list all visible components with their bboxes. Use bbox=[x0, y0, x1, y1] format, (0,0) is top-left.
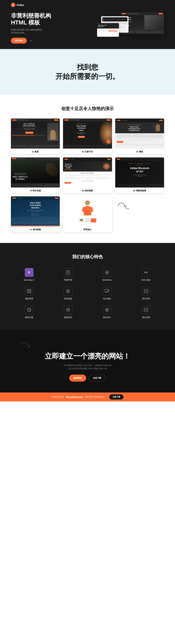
demo-card-edu-label: 01 教育 bbox=[11, 148, 60, 154]
demo-card-wildlife-img: We're working to ensurewildlife and wild… bbox=[11, 158, 60, 188]
logo-text: Aelpa bbox=[17, 4, 24, 6]
feature-parallax-label: 视差背景 bbox=[25, 298, 33, 300]
demo-card-donate[interactable]: Aelpa Trusted fundraising Aelpa Trustedf… bbox=[115, 118, 164, 154]
logo: A Aelpa bbox=[11, 3, 24, 7]
demo-card-museum-label: 06 博物馆慈善 bbox=[115, 188, 164, 193]
feature-bootstrap: B Bootstrap 5 bbox=[11, 268, 47, 281]
demo-card-edu-img: Give a Child thegift of Education Aelpa … bbox=[11, 118, 60, 148]
demo-card-coming[interactable]: 🧒 即将推出 bbox=[63, 196, 112, 232]
responsive-icon bbox=[103, 287, 111, 296]
find-heading: 找到您 开始所需要的一切。 bbox=[11, 63, 164, 81]
mailchimp-icon bbox=[103, 268, 111, 277]
feature-responsive-label: 充分响应 bbox=[103, 298, 111, 300]
svg-point-25 bbox=[30, 308, 30, 309]
svg-rect-17 bbox=[105, 289, 108, 292]
feature-parallax: 视差背景 bbox=[11, 287, 47, 300]
svg-line-38 bbox=[146, 309, 146, 311]
bottom-bar-text: 访问我们的社区 bbox=[52, 396, 64, 398]
cta-secondary-button[interactable]: 在线下载 bbox=[88, 374, 106, 382]
section-find: 找到您 开始所需要的一切。 bbox=[0, 49, 175, 95]
colorscheme-icon bbox=[25, 306, 34, 314]
feature-docs-label: 有据可查 bbox=[64, 279, 72, 281]
feature-cleancode2-label: 清洁代码 bbox=[142, 316, 150, 319]
feature-colorscheme: 配色方案 bbox=[11, 306, 47, 319]
section-cta: 立即建立一个漂亮的网站！ 我们细细和关注做我们了这个设计，以确保我们的客户将 你… bbox=[0, 330, 175, 392]
speed-icon bbox=[64, 306, 72, 314]
scribble-decoration bbox=[115, 200, 129, 212]
section-features: 我们的核心特色 B Bootstrap 5 有据可查 bbox=[0, 243, 175, 330]
cta-buttons: 购买模板 在线下载 bbox=[11, 374, 164, 382]
feature-w3c: W3C W3C 验证 bbox=[128, 268, 164, 281]
cta-primary-button[interactable]: 购买模板 bbox=[69, 374, 86, 382]
feature-speed-label: 速度优化 bbox=[64, 316, 72, 319]
feature-speed: 速度优化 bbox=[50, 306, 86, 319]
hero-mockup: Give a Child thegift of Education Aelpa … bbox=[88, 12, 164, 37]
feature-mailchimp: Mailchimp bbox=[89, 268, 125, 281]
docs-icon bbox=[64, 268, 72, 277]
demo-card-cancer-img: Donate tohelp youngpeoplewith cancer Abo… bbox=[63, 158, 112, 188]
feature-modern: 现代设计 bbox=[89, 306, 125, 319]
svg-point-26 bbox=[28, 310, 28, 310]
feature-responsive: 充分响应 bbox=[89, 287, 125, 300]
section-demo: 创意十足且令人惊艳的演示 Give a Child thegift bbox=[0, 95, 175, 243]
w3c-icon: W3C bbox=[142, 268, 150, 277]
svg-point-12 bbox=[67, 290, 69, 292]
cleancode2-icon bbox=[142, 306, 150, 314]
demo-card-museum[interactable]: Interactive Installation by Artist David… bbox=[115, 158, 164, 193]
svg-point-7 bbox=[107, 272, 108, 272]
svg-point-4 bbox=[105, 271, 109, 274]
demo-card-coming-label: 即将推出 bbox=[63, 226, 112, 232]
demo-grid-row2: We're working to ensurewildlife and wild… bbox=[11, 158, 164, 193]
svg-point-28 bbox=[28, 311, 29, 312]
feature-mailchimp-label: Mailchimp bbox=[102, 279, 112, 281]
hero-title: 非营利慈善机构 HTML 模板 bbox=[11, 12, 51, 26]
demo-card-coming-img: 🧒 bbox=[63, 196, 112, 226]
demo-card-ocean-label: 07 海洋慈善 bbox=[11, 226, 60, 232]
cta-subtitle: 我们细细和关注做我们了这个设计，以确保我们的客户将 你开始实现非营利慈善 HTM… bbox=[11, 364, 164, 370]
demo-card-museum-img: Interactive Installation by Artist David… bbox=[115, 158, 164, 188]
feature-bootstrap-label: Bootstrap 5 bbox=[24, 279, 34, 281]
demo-card-wildlife[interactable]: We're working to ensurewildlife and wild… bbox=[11, 158, 60, 193]
feature-docs: 有据可查 bbox=[50, 268, 86, 281]
svg-line-22 bbox=[146, 290, 146, 292]
demo-card-cancer[interactable]: Donate tohelp youngpeoplewith cancer Abo… bbox=[63, 158, 112, 193]
feature-cleancode2: 清洁代码 bbox=[128, 306, 164, 319]
bottom-bar-cta-button[interactable]: 在线下载 bbox=[109, 394, 123, 400]
svg-rect-18 bbox=[108, 290, 109, 292]
svg-point-6 bbox=[106, 272, 107, 272]
feature-colorscheme-label: 配色方案 bbox=[25, 316, 33, 319]
cta-title: 立即建立一个漂亮的网站！ bbox=[11, 352, 164, 361]
hero-extra-mockup: Aelpa helps peoplebetter world bbox=[97, 23, 119, 37]
demo-section-title: 创意十足且令人惊艳的演示 bbox=[11, 106, 164, 112]
demo-card-donate-label: 03 筹款 bbox=[115, 148, 164, 154]
hero-content: 非营利慈善机构 HTML 模板 使用非营利慈善 HTML 模板构建网站 非常快捷… bbox=[11, 12, 51, 44]
cta-scribble-top bbox=[11, 340, 164, 349]
svg-point-24 bbox=[28, 308, 29, 309]
hero-section: A Aelpa 非营利慈善机构 HTML 模板 使用非营利慈善 HTML 模板构… bbox=[0, 0, 175, 49]
demo-card-homeless-img: Support 36k Poor Peoplein ExtremeNeed Ae… bbox=[63, 118, 112, 148]
feature-crossbrowser-label: 跨浏览器 bbox=[64, 298, 72, 300]
svg-rect-9 bbox=[28, 290, 31, 292]
features-section-title: 我们的核心特色 bbox=[11, 254, 164, 260]
bottom-bar-link[interactable]: bbs.zenlao.com bbox=[66, 396, 83, 398]
feature-cleancode: 清洁代码 bbox=[128, 287, 164, 300]
hero-subtitle: 使用非营利慈善 HTML 模板构建网站 非常快捷且简单。 bbox=[11, 28, 51, 34]
demo-card-wildlife-label: 04 野生动物 bbox=[11, 188, 60, 193]
bottom-bar: 访问我们的社区 bbs.zenlao.com 免费了解计算和开发框架! 在线下载 bbox=[0, 392, 175, 402]
demo-card-homeless[interactable]: Support 36k Poor Peoplein ExtremeNeed Ae… bbox=[63, 118, 112, 154]
demo-card-donate-img: Aelpa Trusted fundraising Aelpa Trustedf… bbox=[115, 118, 164, 148]
features-grid: B Bootstrap 5 有据可查 Mailchimp bbox=[11, 268, 164, 319]
hero-cta-button[interactable]: 购买模板 bbox=[11, 38, 27, 44]
demo-card-ocean[interactable]: Clean WaterAnd HealthyBeaches Demand Act… bbox=[11, 196, 60, 232]
bottom-bar-text2: 免费了解计算和开发框架! bbox=[85, 396, 105, 398]
feature-modern-label: 现代设计 bbox=[103, 316, 111, 319]
demo-card-edu[interactable]: Give a Child thegift of Education Aelpa … bbox=[11, 118, 60, 154]
demo-grid-empty-cell bbox=[115, 196, 164, 232]
logo-icon: A bbox=[11, 3, 15, 7]
svg-point-27 bbox=[30, 310, 31, 310]
feature-crossbrowser: 跨浏览器 bbox=[50, 287, 86, 300]
demo-card-cancer-label: 05 癌症慈善 bbox=[63, 188, 112, 193]
svg-rect-10 bbox=[29, 290, 30, 292]
demo-grid-row3: Clean WaterAnd HealthyBeaches Demand Act… bbox=[11, 196, 164, 232]
crossbrowser-icon bbox=[64, 287, 72, 296]
